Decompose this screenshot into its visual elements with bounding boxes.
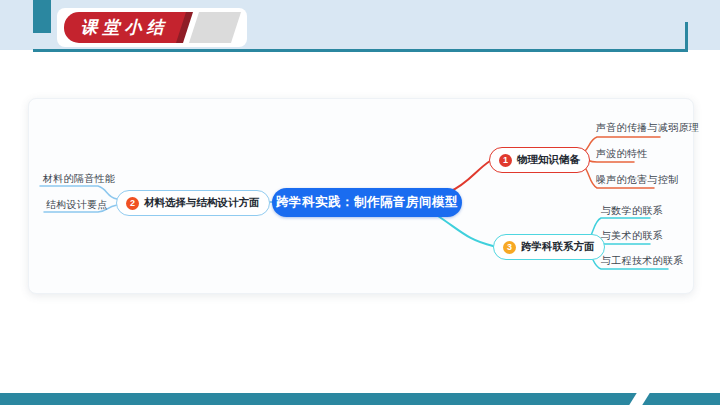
branch-badge-3: 3 — [503, 241, 516, 254]
header-border-vertical — [685, 22, 688, 52]
corner-accent-block — [33, 0, 51, 33]
branch-label-cross-discipline: 跨学科联系方面 — [521, 240, 595, 254]
leaf-sound-wave-traits: 声波的特性 — [596, 147, 648, 161]
bottom-accent-bar — [0, 393, 720, 405]
leaf-noise-control: 噪声的危害与控制 — [596, 173, 678, 187]
mindmap-center-node: 跨学科实践：制作隔音房间模型 — [272, 188, 462, 217]
branch-badge-2: 2 — [126, 197, 139, 210]
slide: 课堂小结 跨学科实践：制作隔音房间模型 1 物理知识储备 声音的传播与减弱原理 … — [0, 0, 720, 405]
branch-node-physics: 1 物理知识储备 — [489, 147, 590, 173]
branch-badge-1: 1 — [499, 154, 512, 167]
branch-node-material: 2 材料选择与结构设计方面 — [116, 190, 270, 216]
leaf-art-link: 与美术的联系 — [601, 229, 663, 243]
branch-node-cross-discipline: 3 跨学科联系方面 — [493, 234, 605, 260]
leaf-sound-transmission: 声音的传播与减弱原理 — [596, 121, 699, 135]
header-border-horizontal — [33, 49, 688, 52]
branch-label-material: 材料选择与结构设计方面 — [144, 196, 260, 210]
leaf-engineering-link: 与工程技术的联系 — [601, 254, 683, 268]
page-title: 课堂小结 — [64, 12, 180, 43]
leaf-structure-design: 结构设计要点 — [46, 198, 108, 212]
leaf-material-soundproofing: 材料的隔音性能 — [43, 172, 115, 186]
branch-label-physics: 物理知识储备 — [517, 153, 580, 167]
leaf-math-link: 与数学的联系 — [601, 204, 663, 218]
